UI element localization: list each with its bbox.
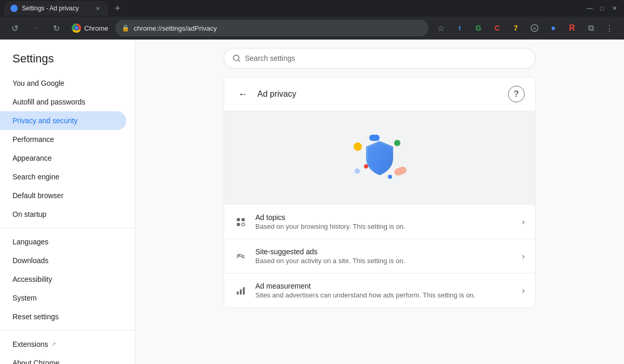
sidebar-item-languages[interactable]: Languages [0, 232, 126, 251]
shield-illustration [348, 132, 411, 184]
sidebar-label-you-google: You and Google [12, 79, 64, 87]
svg-rect-5 [242, 218, 245, 221]
main-content: Search settings ← Ad privacy ? [135, 40, 624, 364]
profile-icon[interactable]: ● [545, 20, 562, 36]
content-panel: ← Ad privacy ? [224, 77, 536, 308]
settings-list: Ad topics Based on your browsing history… [224, 205, 535, 307]
svg-rect-6 [237, 223, 240, 226]
sidebar-label-performance: Performance [12, 135, 54, 144]
back-nav-button[interactable]: ↺ [6, 20, 23, 36]
sidebar-item-performance[interactable]: Performance [0, 130, 126, 149]
sidebar-label-default-browser: Default browser [12, 191, 63, 200]
svg-point-9 [242, 256, 243, 258]
shield-icon [364, 140, 395, 176]
sidebar-label-reset: Reset settings [12, 313, 59, 321]
sidebar-item-you-google[interactable]: You and Google [0, 74, 126, 93]
toolbar-actions: ☆ f G C 7 A ● R ⧉ ⋮ [433, 20, 618, 36]
settings-item-ad-topics[interactable]: Ad topics Based on your browsing history… [224, 205, 535, 239]
ext-icon-1[interactable]: f [451, 20, 468, 36]
search-bar[interactable]: Search settings [224, 48, 536, 69]
sidebar-label-privacy: Privacy and security [12, 116, 77, 125]
sidebar-item-default-browser[interactable]: Default browser [0, 186, 126, 205]
hero-section [224, 111, 535, 205]
ad-measurement-title: Ad measurement [255, 282, 514, 290]
maximize-button[interactable]: □ [597, 3, 607, 14]
svg-point-7 [242, 223, 245, 226]
address-bar[interactable]: 🔒 chrome://settings/adPrivacy [115, 20, 428, 36]
sidebar-item-system[interactable]: System [0, 289, 126, 307]
sidebar-item-privacy[interactable]: Privacy and security [0, 111, 126, 130]
reload-button[interactable]: ↻ [48, 20, 64, 36]
sidebar-item-downloads[interactable]: Downloads [0, 251, 126, 270]
panel-back-button[interactable]: ← [235, 86, 251, 102]
ad-topics-desc: Based on your browsing history. This set… [255, 223, 514, 230]
settings-item-site-suggested[interactable]: Site-suggested ads Based on your activit… [224, 239, 535, 274]
address-text: chrome://settings/adPrivacy [134, 24, 217, 32]
dot-light-blue [355, 168, 360, 174]
sidebar-item-accessibility[interactable]: Accessibility [0, 270, 126, 289]
sidebar-item-about-chrome[interactable]: About Chrome [0, 354, 126, 364]
sidebar-item-extensions[interactable]: Extensions ↗ [0, 335, 126, 354]
ext-icon-4[interactable]: 7 [508, 20, 524, 36]
sidebar-label-downloads: Downloads [12, 256, 48, 265]
ext-icon-5[interactable]: A [526, 20, 543, 36]
svg-point-8 [238, 254, 240, 256]
svg-rect-4 [237, 218, 240, 221]
chrome-circle-icon [72, 23, 81, 33]
tab-title: Settings - Ad privacy [22, 5, 79, 12]
settings-item-ad-measurement[interactable]: Ad measurement Sites and advertisers can… [224, 274, 535, 307]
window-controls: — □ ✕ [584, 3, 620, 14]
sidebar-label-search-engine: Search engine [12, 173, 59, 181]
ext-icon-2[interactable]: G [470, 20, 487, 36]
help-button[interactable]: ? [508, 86, 525, 102]
sidebar-item-on-startup[interactable]: On startup [0, 205, 126, 224]
chrome-logo: Chrome [69, 23, 111, 33]
sidebar-label-appearance: Appearance [12, 154, 52, 162]
browser-toolbar: ↺ → ↻ Chrome 🔒 chrome://settings/adPriva… [0, 17, 624, 40]
ad-topics-text: Ad topics Based on your browsing history… [255, 213, 514, 230]
dot-peach [393, 165, 407, 176]
menu-icon[interactable]: ⋮ [601, 20, 618, 36]
ad-measurement-desc: Sites and advertisers can understand how… [255, 291, 514, 299]
ext-icon-3[interactable]: C [489, 20, 505, 36]
search-icon [232, 54, 241, 62]
close-button[interactable]: ✕ [609, 3, 620, 14]
site-suggested-arrow-icon: › [522, 252, 525, 261]
svg-rect-11 [240, 289, 241, 294]
site-suggested-text: Site-suggested ads Based on your activit… [255, 248, 514, 265]
forward-nav-button[interactable]: → [27, 20, 44, 36]
ad-measurement-text: Ad measurement Sites and advertisers can… [255, 282, 514, 299]
ad-measurement-arrow-icon: › [522, 286, 525, 295]
ext-icon-red[interactable]: R [564, 20, 580, 36]
bookmark-icon[interactable]: ☆ [433, 20, 449, 36]
dot-yellow [354, 142, 362, 151]
ad-topics-title: Ad topics [255, 213, 514, 222]
ad-topics-arrow-icon: › [522, 217, 525, 227]
svg-line-3 [238, 60, 240, 61]
site-suggested-title: Site-suggested ads [255, 248, 514, 256]
sidebar-label-accessibility: Accessibility [12, 275, 52, 283]
sidebar-item-reset[interactable]: Reset settings [0, 307, 126, 326]
new-tab-button[interactable]: + [110, 1, 125, 16]
tab-close-button[interactable]: ✕ [94, 4, 102, 12]
svg-rect-12 [243, 287, 244, 294]
copy-icon[interactable]: ⧉ [582, 20, 599, 36]
search-placeholder: Search settings [245, 54, 295, 62]
extensions-external-icon: ↗ [51, 341, 56, 348]
sidebar-label-extensions: Extensions [12, 340, 48, 348]
ad-measurement-icon [235, 284, 247, 297]
svg-text:A: A [533, 26, 536, 31]
sidebar-divider-2 [0, 330, 135, 331]
sidebar-item-appearance[interactable]: Appearance [0, 149, 126, 167]
chrome-label: Chrome [84, 24, 108, 32]
active-tab[interactable]: Settings - Ad privacy ✕ [4, 1, 108, 16]
sidebar-item-autofill[interactable]: Autofill and passwords [0, 93, 126, 111]
panel-header: ← Ad privacy ? [224, 77, 535, 111]
lock-icon: 🔒 [122, 24, 129, 32]
sidebar-label-autofill: Autofill and passwords [12, 98, 85, 106]
sidebar: Settings You and Google Autofill and pas… [0, 40, 135, 364]
search-bar-wrap: Search settings [224, 48, 536, 69]
sidebar-item-search-engine[interactable]: Search engine [0, 167, 126, 186]
minimize-button[interactable]: — [584, 3, 595, 14]
sidebar-label-on-startup: On startup [12, 210, 46, 218]
